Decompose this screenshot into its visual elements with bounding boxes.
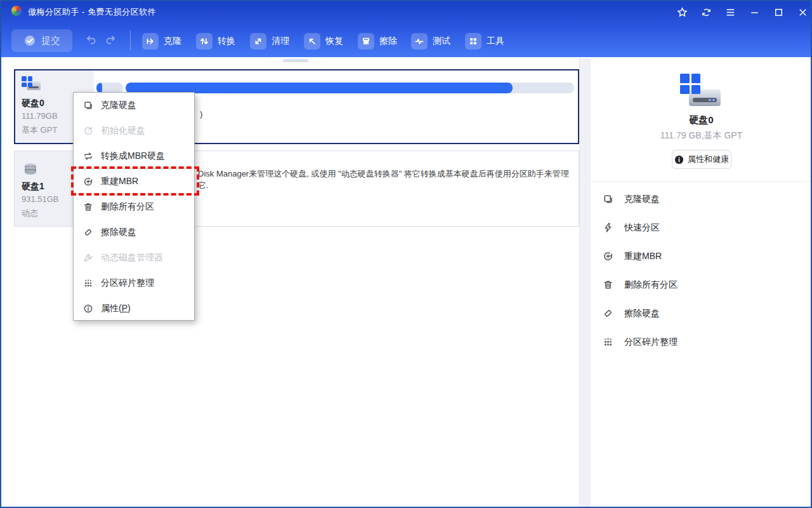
test-label: 测试 [433, 36, 450, 47]
clone-disk-icon [603, 194, 613, 204]
menu-item-defrag[interactable]: 分区碎片整理 [74, 271, 194, 296]
header: 傲梅分区助手 - 免费无损分区软件 [1, 1, 811, 57]
disk1-name: 硬盘1 [22, 181, 44, 192]
partition-label-fragment: ) [200, 109, 202, 119]
defrag-icon [603, 337, 613, 347]
maximize-icon[interactable] [772, 6, 785, 18]
delete-partitions-icon [83, 202, 93, 212]
recover-label: 恢复 [325, 36, 343, 47]
side-action-defrag[interactable]: 分区碎片整理 [603, 328, 793, 356]
disk0-large-icon [680, 74, 722, 108]
delete-partitions-icon [603, 279, 613, 290]
properties-health-button[interactable]: 属性和健康 [672, 150, 731, 169]
context-menu: 克隆硬盘 初始化硬盘 转换成MBR硬盘 重建MBR 删除所有分区 擦除硬盘 动态… [73, 92, 195, 321]
side-action-quick-partition[interactable]: 快速分区 [603, 213, 793, 242]
check-icon [23, 34, 36, 47]
minimize-icon[interactable] [748, 6, 761, 18]
init-disk-icon [83, 126, 93, 136]
star-icon[interactable] [676, 6, 688, 18]
dynamic-disk-manager-icon [83, 253, 93, 263]
wipe-label: 擦除 [379, 36, 397, 47]
undo-icon[interactable] [84, 34, 98, 47]
menu-item-dynamic-disk-manager: 动态磁盘管理器 [74, 245, 194, 271]
tools-label: 工具 [487, 36, 504, 47]
clean-icon [250, 33, 266, 50]
dynamic-disk-message: Disk Manager来管理这个硬盘, 或使用 "动态硬盘转换器" 将它转换成… [198, 168, 575, 191]
disk1-size: 931.51GB [22, 194, 59, 204]
convert-icon [196, 33, 213, 50]
update-icon[interactable] [700, 6, 712, 18]
recover-button[interactable]: 恢复 [304, 32, 343, 50]
rebuild-mbr-icon [603, 251, 613, 262]
defrag-icon [83, 278, 93, 288]
wipe-icon [358, 33, 374, 50]
panel-divider [579, 58, 591, 508]
clone-disk-icon [83, 100, 93, 110]
toolbar-divider [130, 30, 131, 51]
submit-label: 提交 [41, 35, 60, 47]
clean-button[interactable]: 清理 [250, 32, 289, 50]
disk1-icon [22, 161, 39, 178]
close-icon[interactable] [796, 6, 809, 18]
side-action-delete-all-partitions[interactable]: 删除所有分区 [603, 271, 793, 299]
convert-button[interactable]: 转换 [196, 32, 235, 50]
disk0-name: 硬盘0 [22, 98, 44, 109]
clean-label: 清理 [272, 36, 289, 47]
tools-icon [465, 33, 481, 50]
properties-icon [83, 304, 93, 314]
info-icon [674, 155, 684, 164]
side-disk-info: 111.79 GB,基本 GPT [591, 130, 812, 142]
recover-icon [304, 33, 320, 50]
side-action-clone-disk[interactable]: 克隆硬盘 [603, 185, 793, 213]
clone-icon [142, 33, 159, 50]
window-title: 傲梅分区助手 - 免费无损分区软件 [28, 6, 156, 18]
app-logo-icon [11, 6, 22, 16]
convert-mbr-icon [83, 151, 93, 161]
side-disk-name: 硬盘0 [591, 114, 812, 126]
app-window: 傲梅分区助手 - 免费无损分区软件 [0, 0, 812, 508]
clone-label: 克隆 [164, 36, 181, 47]
tools-button[interactable]: 工具 [465, 32, 504, 50]
menu-item-properties[interactable]: 属性(P) [74, 296, 194, 321]
horizontal-scrollbar-thumb[interactable] [283, 59, 308, 62]
quick-partition-icon [603, 222, 613, 233]
menu-item-erase-disk[interactable]: 擦除硬盘 [74, 220, 194, 245]
side-action-rebuild-mbr[interactable]: 重建MBR [603, 242, 793, 271]
menu-item-delete-all-partitions[interactable]: 删除所有分区 [74, 194, 194, 220]
erase-disk-icon [603, 308, 613, 319]
menu-icon[interactable] [724, 6, 737, 18]
test-icon [411, 33, 428, 50]
menu-item-convert-mbr[interactable]: 转换成MBR硬盘 [74, 144, 194, 169]
disk0-icon [22, 76, 41, 94]
clone-button[interactable]: 克隆 [142, 32, 181, 50]
menu-item-rebuild-mbr[interactable]: 重建MBR [74, 169, 194, 194]
side-divider [591, 181, 812, 182]
disk0-type: 基本 GPT [22, 124, 57, 136]
convert-label: 转换 [218, 36, 235, 47]
menu-item-clone-disk[interactable]: 克隆硬盘 [74, 93, 194, 118]
rebuild-mbr-icon [83, 177, 93, 187]
submit-button[interactable]: 提交 [11, 29, 72, 52]
redo-icon[interactable] [104, 34, 118, 47]
test-button[interactable]: 测试 [411, 32, 450, 50]
disk0-size: 111.79GB [22, 111, 58, 121]
erase-disk-icon [83, 227, 93, 237]
side-action-erase-disk[interactable]: 擦除硬盘 [603, 299, 793, 328]
disk1-type: 动态 [22, 208, 38, 219]
menu-item-init-disk: 初始化硬盘 [74, 118, 194, 144]
title-bar: 傲梅分区助手 - 免费无损分区软件 [1, 1, 811, 20]
wipe-button[interactable]: 擦除 [358, 32, 397, 50]
